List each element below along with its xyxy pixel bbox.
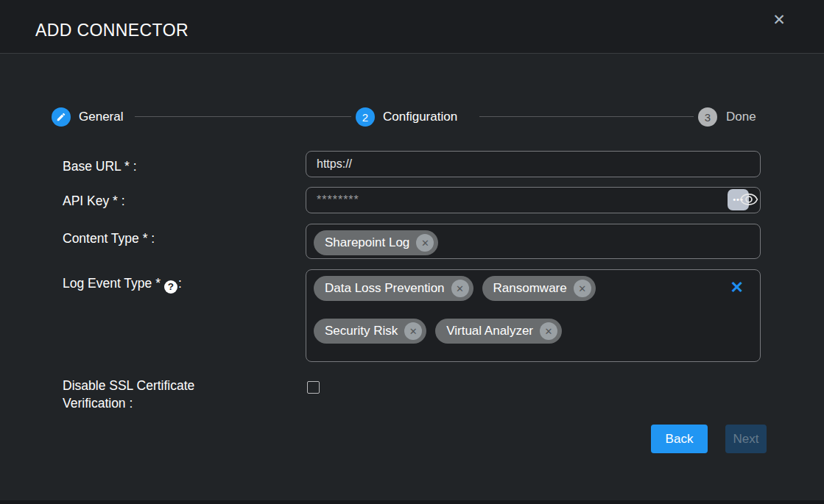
api-key-label: API Key * :: [63, 194, 125, 209]
step-configuration-circle[interactable]: 2: [356, 107, 375, 127]
chip-security-risk[interactable]: Security Risk ✕: [314, 319, 426, 344]
step-done-label: Done: [726, 110, 756, 124]
log-event-type-label: Log Event Type *?:: [63, 276, 182, 294]
step-configuration-label: Configuration: [383, 110, 457, 124]
chip-sharepoint-log[interactable]: Sharepoint Log ✕: [314, 230, 438, 255]
chip-remove-icon[interactable]: ✕: [404, 322, 422, 340]
log-event-type-field[interactable]: Data Loss Prevention ✕ Ransomware ✕ Secu…: [306, 269, 761, 362]
step-general-label: General: [79, 110, 123, 124]
step-connector-line: [135, 116, 351, 117]
api-key-input[interactable]: [306, 187, 761, 213]
content-type-label: Content Type * :: [63, 231, 155, 246]
content-type-field[interactable]: Sharepoint Log ✕: [306, 224, 761, 259]
help-icon[interactable]: ?: [164, 280, 177, 294]
chip-label: Security Risk: [325, 324, 398, 338]
add-connector-dialog: ADD CONNECTOR ✕ General 2 Configuration …: [0, 0, 824, 504]
step-done-circle[interactable]: 3: [698, 107, 717, 127]
chip-remove-icon[interactable]: ✕: [574, 280, 591, 297]
chip-ransomware[interactable]: Ransomware ✕: [482, 276, 596, 301]
chip-remove-icon[interactable]: ✕: [540, 322, 557, 340]
clear-all-icon[interactable]: ✕: [730, 280, 744, 296]
ssl-verification-label: Disable SSL Certificate Verification :: [63, 377, 194, 412]
base-url-label: Base URL * :: [63, 159, 137, 174]
chip-data-loss-prevention[interactable]: Data Loss Prevention ✕: [314, 276, 473, 301]
step-connector-line: [479, 116, 694, 117]
base-url-input[interactable]: [306, 151, 761, 177]
next-button[interactable]: Next: [725, 425, 767, 453]
chip-label: Ransomware: [493, 281, 567, 296]
password-reveal-widget[interactable]: •••: [728, 189, 760, 210]
dialog-title: ADD CONNECTOR: [35, 21, 189, 40]
window-bottom-edge: [0, 500, 824, 504]
chip-label: Sharepoint Log: [325, 235, 409, 250]
chip-remove-icon[interactable]: ✕: [416, 234, 434, 252]
ssl-verification-checkbox[interactable]: [307, 381, 320, 394]
back-button[interactable]: Back: [651, 425, 708, 453]
chip-label: Data Loss Prevention: [325, 281, 445, 296]
reveal-password-eye-icon[interactable]: [739, 191, 758, 207]
chip-remove-icon[interactable]: ✕: [451, 280, 469, 297]
dialog-header: ADD CONNECTOR ✕: [0, 0, 824, 54]
pencil-icon: [56, 112, 66, 122]
chip-virtual-analyzer[interactable]: Virtual Analyzer ✕: [435, 319, 562, 344]
chip-label: Virtual Analyzer: [446, 324, 533, 338]
step-general-circle[interactable]: [52, 107, 71, 127]
close-icon[interactable]: ✕: [770, 10, 789, 29]
